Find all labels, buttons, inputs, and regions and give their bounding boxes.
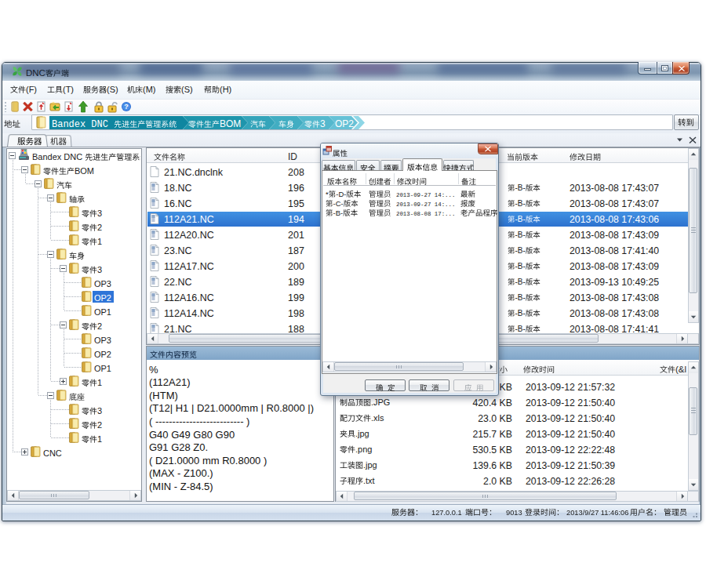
svg-text:(H): (H) [220,85,231,94]
svg-text:-B-: -B- [515,199,526,208]
svg-text:2013/9/27 11:46:06: 2013/9/27 11:46:06 [566,509,628,517]
svg-text:OP2: OP2 [94,293,111,303]
svg-text:.xls: .xls [371,413,384,423]
svg-text:OP1: OP1 [94,364,111,373]
svg-text:.jpg: .jpg [363,460,377,470]
svg-text:(T): (T) [63,85,74,94]
svg-text:1: 1 [97,378,102,387]
svg-text:-B-: -B- [515,293,526,302]
svg-text:?: ? [124,103,129,111]
svg-text:BOM: BOM [75,166,94,176]
svg-text:.txt: .txt [363,476,375,485]
svg-text:2013-08-08 17:...: 2013-08-08 17:... [396,211,455,217]
svg-text:127.0.0.1: 127.0.0.1 [431,509,462,517]
svg-text:(M): (M) [143,85,155,94]
svg-text:-B-: -B- [515,215,526,223]
svg-text:-B-: -B- [515,183,526,192]
svg-text:-B-: -B- [515,278,526,286]
svg-text:-B-: -B- [515,325,526,333]
svg-text:OP3: OP3 [94,279,111,289]
svg-text:(&l: (&l [675,365,686,374]
svg-text:-B-: -B- [333,209,344,217]
svg-text:3: 3 [320,118,326,129]
svg-text:.jpg: .jpg [355,429,369,438]
svg-text:OP2: OP2 [94,350,111,359]
svg-text:DNC: DNC [26,68,45,78]
svg-text:.JPG: .JPG [371,397,390,407]
svg-text:.png: .png [355,445,372,454]
svg-text:3: 3 [97,406,102,416]
svg-text:OP3: OP3 [94,336,111,345]
svg-text:-B-: -B- [515,309,526,318]
svg-text:(S): (S) [181,85,193,94]
svg-text:BOM: BOM [220,118,241,129]
svg-text:2: 2 [97,420,102,430]
svg-text:9013: 9013 [506,509,522,517]
svg-text:OP1: OP1 [94,307,111,317]
svg-text:Bandex DNC: Bandex DNC [52,119,114,130]
svg-text:(S): (S) [107,85,118,94]
svg-text:Bandex DNC: Bandex DNC [32,152,85,162]
svg-text:1: 1 [97,434,102,444]
svg-text:2: 2 [97,223,102,232]
svg-text:1: 1 [97,237,102,246]
svg-text:-B-: -B- [515,262,526,270]
svg-text:3: 3 [97,209,102,218]
svg-text:OP2: OP2 [335,118,354,129]
svg-text:(F): (F) [26,85,37,94]
svg-text:-B-: -B- [515,246,526,255]
svg-text:CNC: CNC [43,448,62,458]
svg-text:-B-: -B- [515,230,526,239]
svg-text:3: 3 [97,265,102,274]
svg-text:2: 2 [97,321,102,331]
